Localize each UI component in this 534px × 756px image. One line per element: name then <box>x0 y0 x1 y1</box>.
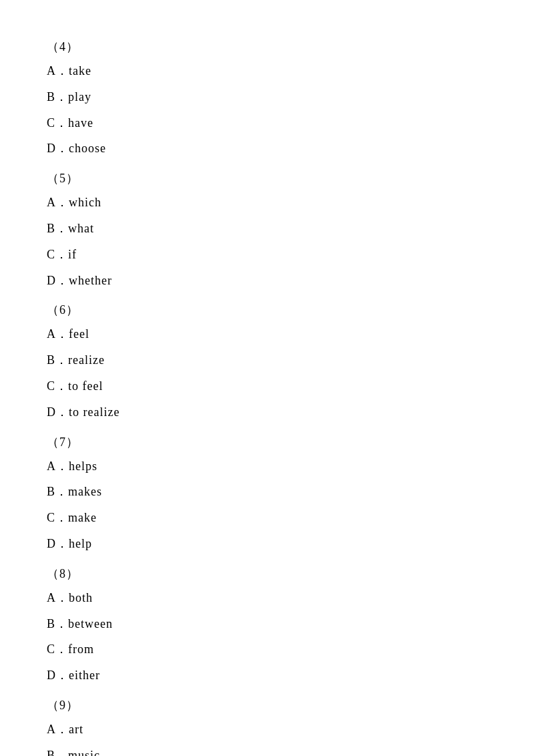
question-number-1: （5） <box>47 170 487 186</box>
option-0-2: C．have <box>47 114 487 133</box>
option-0-1: B．play <box>47 87 487 107</box>
option-1-2: C．if <box>47 245 487 264</box>
question-number-2: （6） <box>47 302 487 318</box>
option-4-2: C．from <box>47 640 487 659</box>
option-5-1: B．music <box>47 746 487 756</box>
option-1-3: D．whether <box>47 271 487 291</box>
option-4-3: D．either <box>47 666 487 685</box>
option-1-1: B．what <box>47 219 487 238</box>
option-4-0: A．both <box>47 588 487 608</box>
option-0-3: D．choose <box>47 139 487 158</box>
question-number-0: （4） <box>47 39 487 55</box>
option-4-1: B．between <box>47 614 487 634</box>
question-number-5: （9） <box>47 697 487 713</box>
question-number-4: （8） <box>47 566 487 582</box>
option-2-1: B．realize <box>47 351 487 370</box>
option-1-0: A．which <box>47 193 487 212</box>
option-3-0: A．helps <box>47 457 487 476</box>
option-0-0: A．take <box>47 61 487 81</box>
question-number-3: （7） <box>47 434 487 450</box>
option-3-3: D．help <box>47 534 487 554</box>
option-2-3: D．to realize <box>47 403 487 422</box>
option-3-2: C．make <box>47 508 487 528</box>
page-content: （4）A．takeB．playC．haveD．choose（5）A．whichB… <box>0 0 534 756</box>
option-3-1: B．makes <box>47 482 487 502</box>
option-5-0: A．art <box>47 720 487 739</box>
option-2-2: C．to feel <box>47 377 487 396</box>
option-2-0: A．feel <box>47 325 487 344</box>
